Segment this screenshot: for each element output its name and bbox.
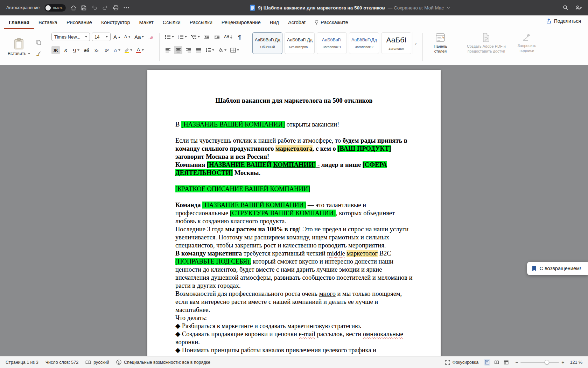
font-name-select[interactable]: Times New...	[51, 33, 90, 41]
tab-Макет[interactable]: Макет	[135, 16, 158, 29]
document-title-area[interactable]: 9) Шаблон вакансии для маркетолога на 50…	[157, 5, 543, 11]
tab-label: Рисование	[66, 20, 92, 25]
align-right-icon[interactable]	[184, 46, 192, 54]
tab-Вставка[interactable]: Вставка	[34, 16, 62, 29]
style-Заголовок[interactable]: АаБбІЗаголовок	[381, 32, 411, 54]
multilevel-list-icon[interactable]	[190, 33, 201, 41]
numbered-list-icon[interactable]: 123	[177, 33, 188, 41]
page-indicator[interactable]: Страница 1 из 3	[6, 360, 38, 365]
text-effects-button[interactable]: А	[113, 46, 121, 54]
statusbar: Страница 1 из 3 Число слов: 572 русский …	[0, 356, 588, 368]
superscript-button[interactable]: х²	[103, 46, 111, 54]
tab-Рецензирование[interactable]: Рецензирование	[217, 16, 265, 29]
style-Без интерва...[interactable]: АаБбВвГгДдБез интерва...	[285, 32, 315, 54]
align-left-icon[interactable]	[164, 46, 172, 54]
zoom-percent[interactable]: 121 %	[570, 360, 582, 365]
doc-paragraph	[175, 193, 413, 201]
doc-paragraph	[175, 113, 413, 121]
document-page[interactable]: Шаблон вакансии для маркетолога на 500 о…	[147, 70, 441, 356]
grow-font-button[interactable]: А▲	[112, 33, 121, 41]
highlight-color-swatch	[125, 52, 129, 53]
accessibility-status[interactable]: Специальные возможности: все в порядке	[116, 360, 210, 365]
underline-button[interactable]: Ч	[72, 46, 80, 54]
paste-label: Вставить	[8, 51, 26, 56]
zoom-out-button[interactable]: −	[515, 360, 518, 365]
text-run: B2C	[378, 250, 391, 257]
bullet-list-icon[interactable]	[164, 33, 175, 41]
format-painter-icon[interactable]	[34, 49, 43, 58]
text-run: открыты вакансии!	[285, 121, 339, 128]
highlight-color-button[interactable]	[123, 46, 133, 54]
tab-Рисование[interactable]: Рисование	[62, 16, 97, 29]
word-count[interactable]: Число слов: 572	[46, 360, 79, 365]
show-formatting-marks-icon[interactable]: ¶	[235, 33, 244, 41]
subscript-button[interactable]: х₂	[92, 46, 101, 54]
search-icon[interactable]	[563, 5, 568, 11]
tab-Конструктор[interactable]: Конструктор	[97, 16, 135, 29]
bookmark-icon	[532, 266, 537, 272]
tab-label: Рассылки	[190, 20, 212, 25]
style-Заголовок 2[interactable]: АаБбВвГгДдЗаголовок 2	[349, 32, 379, 54]
shading-icon[interactable]	[217, 46, 227, 54]
justify-icon[interactable]	[194, 46, 203, 54]
language-selector[interactable]: русский	[85, 360, 109, 365]
font-size-select[interactable]: 14	[92, 33, 111, 41]
strikethrough-button[interactable]: аб	[82, 46, 91, 54]
request-signatures-button[interactable]: Запросить подписи	[512, 32, 541, 63]
text-run: [СТРУКТУРА ВАШЕЙ КОМПАНИИ]	[230, 210, 336, 217]
bold-button[interactable]: Ж	[51, 46, 60, 54]
style-Заголовок 1[interactable]: АаБбВвГгЗаголовок 1	[317, 32, 347, 54]
style-Обычный[interactable]: АаБбВвГгДдОбычный	[252, 32, 282, 54]
web-layout-view-icon[interactable]	[503, 359, 510, 366]
adobe-group: Создать Adobe PDF и предоставить доступ …	[460, 32, 544, 63]
print-layout-view-icon[interactable]	[484, 359, 490, 366]
styles-pane-label: Панель стилей	[429, 44, 451, 54]
doc-paragraph: [КРАТКОЕ ОПИСАНИЕ ВАШЕЙ КОМПАНИИ]	[175, 185, 413, 193]
sort-icon[interactable]: АЯ	[223, 33, 233, 41]
paste-button[interactable]: Вставить	[6, 38, 32, 57]
tab-Вид[interactable]: Вид	[265, 16, 284, 29]
more-commands-icon[interactable]	[124, 7, 129, 8]
share-button[interactable]: Поделиться	[546, 18, 581, 24]
text-run: [НАЗВАНИЕ ВАШЕЙ КОМПАНИИ]	[181, 121, 285, 128]
text-run: , с кем о	[313, 145, 338, 152]
align-center-icon[interactable]	[174, 46, 182, 54]
tab-label: Конструктор	[101, 20, 130, 25]
feedback-person-icon[interactable]	[575, 5, 582, 11]
change-case-button[interactable]: Аа	[133, 33, 145, 41]
shrink-font-button[interactable]: А▼	[123, 33, 132, 41]
more-styles-button[interactable]: ›	[413, 32, 418, 54]
redo-icon[interactable]	[102, 5, 108, 10]
font-size-value: 14	[94, 34, 99, 40]
print-icon[interactable]	[113, 5, 119, 11]
increase-indent-icon[interactable]	[213, 33, 221, 41]
welcome-back-toast[interactable]: С возвращением!	[527, 262, 588, 275]
borders-icon[interactable]	[229, 46, 240, 54]
title-chevron-down-icon[interactable]	[447, 7, 450, 9]
page-content[interactable]: Шаблон вакансии для маркетолога на 500 о…	[147, 70, 441, 354]
styles-pane-button[interactable]: Панель стилей	[427, 32, 454, 55]
clear-formatting-icon[interactable]	[147, 33, 155, 41]
autosave-toggle[interactable]: выкл.	[44, 4, 66, 12]
font-color-button[interactable]: А	[135, 46, 145, 54]
read-mode-view-icon[interactable]	[493, 359, 500, 366]
italic-button[interactable]: К	[62, 46, 70, 54]
copy-icon[interactable]	[34, 38, 43, 47]
tab-Главная[interactable]: Главная	[4, 16, 34, 29]
home-icon[interactable]	[71, 5, 76, 11]
zoom-slider-thumb[interactable]	[545, 360, 549, 364]
font-name-value: Times New...	[54, 34, 80, 40]
save-icon[interactable]	[81, 5, 86, 11]
svg-text:3: 3	[178, 38, 179, 39]
create-adobe-pdf-button[interactable]: Создать Adobe PDF и предоставить доступ	[462, 32, 510, 63]
focus-mode-button[interactable]: Фокусировка	[445, 360, 479, 365]
zoom-in-button[interactable]: +	[561, 360, 564, 365]
tab-Acrobat[interactable]: Acrobat	[284, 16, 310, 29]
line-spacing-icon[interactable]	[204, 46, 215, 54]
undo-icon[interactable]	[91, 5, 97, 10]
tab-Ссылки[interactable]: Ссылки	[158, 16, 185, 29]
decrease-indent-icon[interactable]	[203, 33, 211, 41]
tab-Рассылки[interactable]: Рассылки	[185, 16, 217, 29]
tab-Расскажите[interactable]: Расскажите	[310, 16, 353, 29]
zoom-slider[interactable]	[520, 362, 559, 363]
